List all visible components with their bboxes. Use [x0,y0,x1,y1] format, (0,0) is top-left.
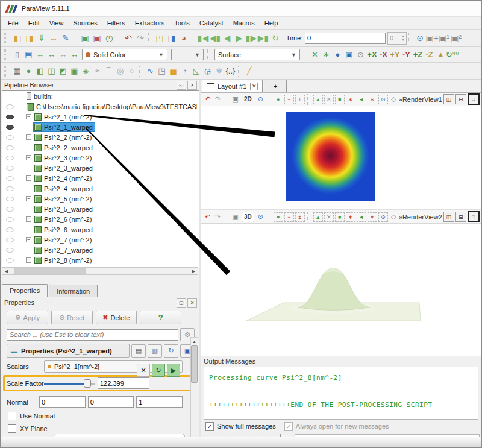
close-panel-button[interactable]: ✕ [187,298,197,308]
view-minus-x-icon[interactable]: -X [378,49,389,60]
camera-2-icon[interactable]: ▣² [450,32,462,44]
play-icon[interactable]: ▶ [233,32,245,44]
pipeline-item[interactable]: Psi^2_5 (nm^-2) [2,194,199,204]
expander-icon[interactable] [26,155,31,160]
expander-icon[interactable] [26,134,31,140]
scrollbar-thumb[interactable] [14,268,86,274]
rescale-custom-range-icon[interactable]: ↔ [46,49,57,60]
pick-center-icon[interactable]: ⊙ [355,49,366,60]
pipeline-node[interactable]: Psi^2_5 (nm^-2) [34,195,93,203]
pipeline-item[interactable]: Psi^2_8 (nm^-2) [2,255,199,265]
menu-item[interactable]: Extractors [130,18,170,28]
properties-scrollbar[interactable]: ▲ [190,337,198,438]
first-frame-icon[interactable]: ▮◀ [197,32,209,44]
extract-subset-icon[interactable]: ▣ [69,65,80,77]
undock-panel-button[interactable]: ◱ [177,298,186,308]
color-by-select[interactable]: Solid Color▼ [82,49,167,60]
select-custom-box-icon[interactable]: ◇ [389,212,399,222]
apply-cube-icon[interactable]: ◳ [154,32,166,44]
copy-properties-icon[interactable]: ▤ [131,344,146,358]
auto-apply-icon[interactable]: ✎ [60,32,72,44]
rescale-temporal-range-icon[interactable]: ↔ [57,49,69,60]
camera-redo-icon[interactable]: ↷ [213,212,223,222]
pipeline-node[interactable]: Psi^2_6 (nm^-2) [34,215,93,224]
maximize-view-icon[interactable]: □ [468,93,480,105]
view-minus-y-icon[interactable]: -Y [401,49,412,60]
zoom-to-data-icon[interactable]: ⊙ [255,212,266,222]
menu-item[interactable]: File [3,18,23,28]
visibility-eye-icon[interactable] [6,104,14,109]
camera-undo-icon[interactable]: ↶ [202,212,213,222]
reset-camera-icon[interactable]: ✕ [309,49,321,60]
visibility-eye-icon[interactable] [6,238,14,242]
search-input[interactable] [7,329,178,341]
interactive-select-cells-icon[interactable]: ∗ [346,212,355,222]
visibility-eye-icon[interactable] [6,258,14,263]
clip-icon[interactable]: ◧ [34,65,46,77]
pipeline-node[interactable]: Psi^2_8 (nm^-2) [34,256,93,265]
visibility-eye-icon[interactable] [6,115,14,119]
pipeline-item[interactable]: Psi^2_1 (nm^-2) [2,112,199,122]
delete-button[interactable]: ✖Delete [96,311,137,324]
select-points-through-icon[interactable]: ✕ [324,95,334,104]
apply-button[interactable]: ⚙Apply [7,311,48,324]
reset-to-data-button[interactable]: ↻ [152,364,165,377]
open-file-icon[interactable]: ◧ [11,32,23,44]
ruler-icon[interactable]: ╱ [243,65,255,77]
interactive-select-points-icon[interactable]: ◄ [357,212,366,222]
xy-plane-checkbox[interactable] [8,424,16,433]
interactive-select-points-icon[interactable]: ◄ [357,95,366,104]
select-cells-through-icon[interactable]: ▲ [313,95,323,104]
plot-data-icon[interactable]: ◺ [190,65,202,77]
previous-frame-icon[interactable]: ◀▮ [209,32,221,44]
view-minus-z-icon[interactable]: -Z [424,49,435,60]
stream-tracer-icon[interactable]: ≈ [92,65,103,77]
select-custom-box-icon[interactable]: ◇ [389,94,399,104]
undo-stack-icon[interactable]: ◷ [103,32,115,44]
scale-factor-input[interactable] [98,377,149,389]
toolbar-grip[interactable] [4,66,9,77]
redo-icon[interactable]: ↷ [134,32,146,44]
select-points-rect-icon[interactable]: − [284,212,294,222]
split-horizontal-icon[interactable]: ◫ [443,94,454,104]
loop-icon[interactable]: ↻ [269,32,281,44]
select-cells-rect-icon[interactable]: ● [274,95,283,104]
toolbar-grip[interactable] [4,49,9,60]
menu-item[interactable]: Sources [68,18,102,28]
histogram-icon[interactable]: ▅ [167,65,179,77]
pipeline-item[interactable]: builtin: [2,91,199,101]
visibility-eye-icon[interactable] [6,145,14,150]
select-cells-through-icon[interactable]: ▲ [313,212,323,222]
pipeline-item[interactable]: Psi^2_2_warped [2,142,199,153]
capture-screenshot-icon[interactable]: ▣ [230,94,240,104]
pipeline-node[interactable]: Psi^2_1_warped [34,123,95,131]
select-block-icon[interactable]: ■ [335,212,345,222]
normal-component-input[interactable] [39,396,86,408]
glyph-filter-icon[interactable]: ◈ [80,65,92,77]
pipeline-node[interactable]: Psi^2_4 (nm^-2) [34,174,93,183]
expander-icon[interactable] [26,175,31,181]
scale-factor-slider[interactable] [44,379,95,388]
view-plus-z-icon[interactable]: +Z [412,49,424,60]
camera-undo-icon[interactable]: ↶ [202,94,213,104]
use-normal-checkbox[interactable] [8,412,16,420]
pipeline-node[interactable]: Psi^2_3_warped [34,164,95,172]
menu-item[interactable]: Macros [228,18,260,28]
close-layout-icon[interactable]: ✕ [250,83,258,90]
warp-icon[interactable]: ⌒ [103,65,114,77]
extract-selection-icon[interactable]: ◳ [156,65,167,77]
pipeline-item[interactable]: Psi^2_2 (nm^-2) [2,132,199,142]
group-datasets-icon[interactable]: ◎ [114,65,126,77]
select-points-through-icon[interactable]: ✕ [324,212,334,222]
pipeline-item[interactable]: Psi^2_3_warped [2,163,199,173]
contour-icon[interactable]: ● [23,65,34,77]
pipeline-horizontal-scrollbar[interactable]: ◀ ▶ [2,267,198,275]
rescale-play-button[interactable]: ▶ [167,364,180,377]
normal-component-input[interactable] [88,396,134,408]
show-full-messages-checkbox[interactable]: ✓ [205,422,214,431]
select-points-rect-icon[interactable]: − [284,95,294,104]
renderview2-canvas[interactable] [201,224,481,356]
camera-mode-button[interactable]: 3D [242,212,254,222]
zoom-to-box-icon[interactable]: ▣ [343,49,355,60]
expander-icon[interactable] [26,196,31,201]
